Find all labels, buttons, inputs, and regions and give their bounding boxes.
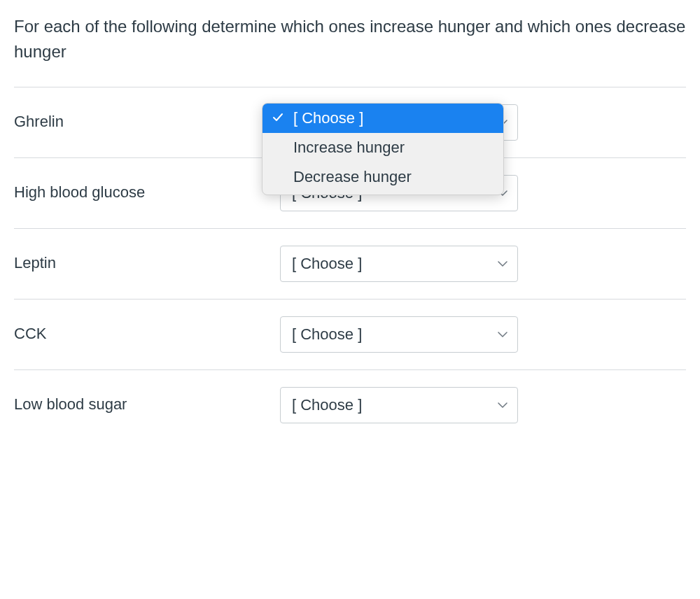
match-row: Low blood sugar [ Choose ] (14, 369, 686, 440)
chevron-down-icon (498, 396, 507, 414)
select-value: [ Choose ] (292, 325, 362, 344)
dropdown-menu: [ Choose ] Increase hunger Decrease hung… (262, 103, 504, 195)
match-label-high-blood-glucose: High blood glucose (14, 175, 280, 202)
check-icon (272, 109, 284, 127)
select-cck[interactable]: [ Choose ] (280, 316, 518, 353)
select-wrap: [ Choose ] [ Choose ] Increase hunger De… (280, 104, 518, 141)
dropdown-option-increase[interactable]: Increase hunger (262, 133, 503, 162)
question-text: For each of the following determine whic… (14, 14, 686, 87)
select-wrap: [ Choose ] (280, 387, 518, 423)
dropdown-option-label: Increase hunger (293, 139, 405, 157)
chevron-down-icon (498, 255, 507, 273)
select-wrap: [ Choose ] (280, 246, 518, 282)
dropdown-option-label: Decrease hunger (293, 168, 412, 186)
match-row: Leptin [ Choose ] (14, 228, 686, 299)
dropdown-option-choose[interactable]: [ Choose ] (262, 104, 503, 133)
match-label-cck: CCK (14, 316, 280, 343)
select-value: [ Choose ] (292, 255, 362, 273)
select-value: [ Choose ] (292, 396, 362, 414)
match-label-ghrelin: Ghrelin (14, 104, 280, 131)
select-low-blood-sugar[interactable]: [ Choose ] (280, 387, 518, 423)
match-label-low-blood-sugar: Low blood sugar (14, 387, 280, 414)
match-row: CCK [ Choose ] (14, 299, 686, 369)
select-leptin[interactable]: [ Choose ] (280, 246, 518, 282)
dropdown-option-decrease[interactable]: Decrease hunger (262, 162, 503, 192)
chevron-down-icon (498, 325, 507, 344)
select-wrap: [ Choose ] (280, 316, 518, 353)
dropdown-option-label: [ Choose ] (293, 109, 363, 127)
match-row: Ghrelin [ Choose ] [ Choose ] Increase h… (14, 87, 686, 157)
match-label-leptin: Leptin (14, 246, 280, 272)
